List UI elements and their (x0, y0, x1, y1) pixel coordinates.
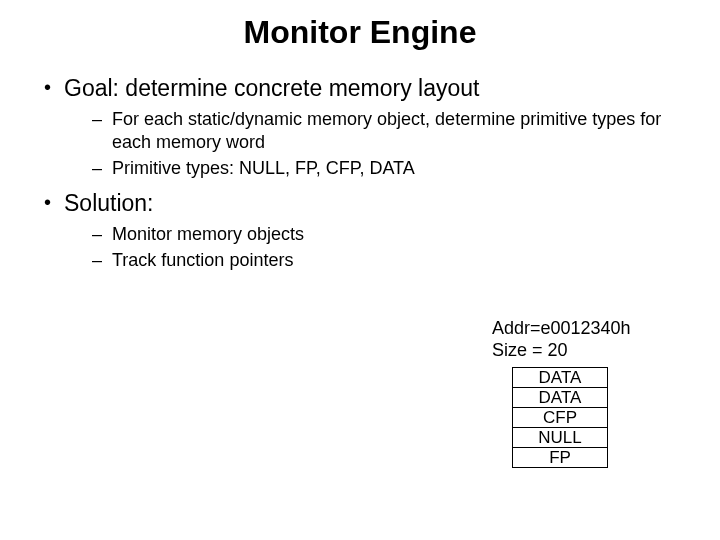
memory-cell: DATA (513, 368, 608, 388)
sub-list: Monitor memory objects Track function po… (64, 223, 690, 272)
bullet-text: Solution: (64, 190, 154, 216)
memory-cell: DATA (513, 388, 608, 408)
memory-cell: NULL (513, 428, 608, 448)
sub-list: For each static/dynamic memory object, d… (64, 108, 690, 180)
memory-meta: Addr=e0012340h Size = 20 (492, 318, 631, 361)
memory-table: DATA DATA CFP NULL FP (512, 367, 608, 468)
bullet-text: Goal: determine concrete memory layout (64, 75, 479, 101)
sub-bullet: Monitor memory objects (92, 223, 690, 246)
sub-bullet: Track function pointers (92, 249, 690, 272)
memory-size: Size = 20 (492, 340, 631, 362)
sub-bullet: For each static/dynamic memory object, d… (92, 108, 690, 153)
sub-bullet: Primitive types: NULL, FP, CFP, DATA (92, 157, 690, 180)
memory-cell: FP (513, 448, 608, 468)
memory-block: Addr=e0012340h Size = 20 DATA DATA CFP N… (492, 318, 631, 468)
slide: Monitor Engine Goal: determine concrete … (0, 0, 720, 540)
slide-title: Monitor Engine (0, 0, 720, 75)
memory-addr: Addr=e0012340h (492, 318, 631, 340)
bullet-list: Goal: determine concrete memory layout F… (0, 75, 720, 272)
bullet-goal: Goal: determine concrete memory layout F… (40, 75, 690, 180)
bullet-solution: Solution: Monitor memory objects Track f… (40, 190, 690, 272)
memory-cell: CFP (513, 408, 608, 428)
